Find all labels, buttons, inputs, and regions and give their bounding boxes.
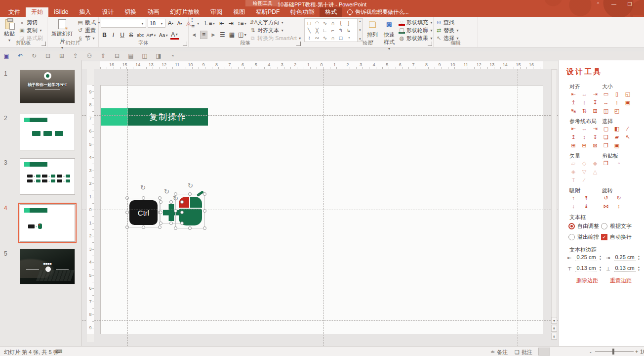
ribbon-options-icon[interactable]: ⌃	[592, 1, 604, 8]
slide-thumbnail-5[interactable]: ■■■■	[20, 249, 75, 284]
columns-button[interactable]: ◫▼	[238, 31, 247, 39]
bullets-button[interactable]: ⁝≡▼	[191, 19, 201, 28]
qat-icon-12[interactable]: ◔	[169, 52, 176, 59]
notes-button[interactable]: ≐ 备注	[490, 349, 508, 356]
checkbox-autowrap[interactable]: ✓ 自动换行	[601, 233, 632, 241]
find-button[interactable]: ⊙查找	[436, 19, 459, 26]
line-spacing-button[interactable]: ↕≡▼	[237, 19, 247, 28]
align-icon[interactable]: ↥	[569, 99, 577, 108]
tab-home[interactable]: 开始	[26, 7, 48, 17]
tab-design[interactable]: 设计	[96, 7, 119, 17]
numbering-button[interactable]: ⒈≡▼	[202, 19, 216, 28]
av-spacing-button[interactable]: A⇄▼	[146, 31, 157, 40]
tab-view[interactable]: 视图	[228, 7, 250, 17]
rotate-handle-icon[interactable]: ↻	[140, 184, 146, 191]
clipboard-dialog-launcher[interactable]	[41, 42, 46, 46]
underline-button[interactable]: U	[119, 31, 126, 40]
vertical-guide[interactable]	[127, 69, 128, 346]
size-icon[interactable]: ▯	[613, 91, 621, 99]
tab-islide[interactable]: iSlide	[48, 7, 74, 17]
guide-layout-icon[interactable]: ↧	[591, 134, 599, 142]
scroll-down-button[interactable]: ▼	[551, 317, 557, 324]
guide-layout-icon[interactable]: ⇥	[591, 126, 599, 134]
rotate-handle-icon[interactable]: ↻	[173, 195, 178, 202]
margin-bottom-field[interactable]: ⊥ 0.13 cm ▲▼	[606, 265, 640, 272]
align-icon[interactable]: ↔	[580, 91, 588, 99]
vertical-guide-center[interactable]	[323, 69, 324, 346]
tell-me-box[interactable]: 告诉我您想要做什么...	[342, 7, 408, 17]
horizontal-guide[interactable]	[82, 115, 558, 116]
align-icon[interactable]: ↧	[591, 99, 599, 108]
tab-slideshow[interactable]: 幻灯片放映	[164, 7, 205, 17]
slide-sorter-view-button[interactable]	[552, 348, 564, 356]
vector-icon[interactable]: ▱	[569, 160, 577, 169]
glyph-icon[interactable]: ◠	[314, 20, 321, 26]
tab-insert[interactable]: 插入	[74, 7, 96, 17]
spinner[interactable]: ▲▼	[638, 255, 640, 261]
glyph-icon[interactable]: }	[345, 20, 352, 26]
align-left-button[interactable]: ⫷	[191, 31, 198, 39]
vector-icon[interactable]: ◆	[591, 160, 599, 169]
size-icon[interactable]: ◱	[624, 91, 632, 99]
radio-fit-text[interactable]: 根据文字	[601, 222, 632, 230]
vertical-guide[interactable]	[518, 69, 518, 346]
vertical-scrollbar[interactable]: ▼ ⇞ ⇟	[551, 69, 557, 346]
text-direction-button[interactable]: ⇵A文字方向▼	[249, 19, 301, 26]
vector-icon[interactable]: ∕	[580, 177, 588, 185]
spell-check-icon[interactable]: ⌨	[55, 349, 62, 354]
horizontal-guide-center[interactable]	[82, 210, 558, 210]
slideshow-view-button[interactable]	[579, 348, 591, 356]
paragraph-dialog-launcher[interactable]	[296, 42, 301, 46]
select-icon[interactable]: ❐	[602, 142, 610, 151]
select-icon[interactable]: ❏	[602, 134, 610, 142]
align-icon[interactable]: ⇤	[569, 91, 577, 99]
change-case-button[interactable]: Aa▼	[159, 31, 169, 40]
font-size-combo[interactable]: 18▼	[148, 19, 165, 28]
align-icon[interactable]: ⊞	[591, 108, 599, 116]
shapes-gallery[interactable]: ◻◠∿∩{} ╲╳∟⌐↰↳ ≀∾∿∩◻◔	[304, 18, 358, 42]
guide-layout-icon[interactable]: ⊠	[591, 142, 599, 151]
select-icon[interactable]: ▢	[602, 126, 610, 134]
spinner[interactable]: ▲▼	[599, 266, 602, 271]
qat-icon-5[interactable]: ⇪	[72, 52, 79, 59]
radio-overflow[interactable]: 溢出缩排	[568, 233, 599, 241]
tab-format[interactable]: 格式	[320, 7, 342, 17]
guide-layout-icon[interactable]: ↕	[580, 134, 588, 142]
select-icon[interactable]: ▰	[613, 134, 621, 142]
slide-title-banner[interactable]: 复制操作	[101, 108, 208, 126]
glyph-icon[interactable]: ↳	[345, 28, 352, 33]
rotate-icon[interactable]: ↻	[615, 195, 623, 203]
qat-icon-6[interactable]: ⚇	[86, 52, 93, 59]
maximize-button[interactable]: ❐	[623, 1, 636, 8]
vector-icon[interactable]: △	[591, 169, 599, 177]
clipboard-icon[interactable]: ▫	[615, 160, 623, 169]
reset-button[interactable]: ↺重置	[77, 27, 101, 34]
justify-button[interactable]: ☰	[219, 31, 226, 39]
decrease-indent-button[interactable]: ⇤	[218, 19, 225, 28]
spinner[interactable]: ▲▼	[599, 255, 602, 261]
snap-icon[interactable]: ↡	[582, 203, 590, 212]
grow-font-button[interactable]: A▴	[167, 19, 174, 28]
rotate-icon[interactable]: ↕	[615, 203, 623, 212]
zoom-percentage[interactable]: 100%	[640, 349, 644, 355]
qat-icon-3[interactable]: ⊡	[44, 52, 51, 59]
glyph-icon[interactable]: ⌐	[329, 28, 336, 33]
snap-icon[interactable]: ↑	[569, 195, 577, 203]
tab-animations[interactable]: 动画	[142, 7, 164, 17]
font-dialog-launcher[interactable]	[183, 42, 187, 46]
select-icon[interactable]: ∕	[624, 126, 632, 134]
bold-button[interactable]: B	[101, 31, 108, 40]
select-icon[interactable]: ▣	[613, 142, 621, 151]
margin-top-field[interactable]: ⊤ 0.13 cm ▲▼	[567, 265, 602, 272]
zoom-slider-track[interactable]	[595, 351, 634, 352]
size-icon[interactable]: ↔	[602, 99, 610, 108]
character-spacing-button[interactable]: abc	[136, 31, 145, 40]
slide-thumbnail-2[interactable]	[20, 114, 75, 150]
horizontal-guide[interactable]	[82, 320, 558, 321]
cut-button[interactable]: ×剪切	[19, 19, 43, 26]
qat-icon-4[interactable]: ⊞	[58, 52, 65, 59]
delete-margins-link[interactable]: 删除边距	[576, 277, 598, 284]
align-icon[interactable]: ↹	[569, 108, 577, 116]
select-icon[interactable]: ↖	[624, 134, 632, 142]
snap-icon[interactable]: ↟	[582, 195, 590, 203]
